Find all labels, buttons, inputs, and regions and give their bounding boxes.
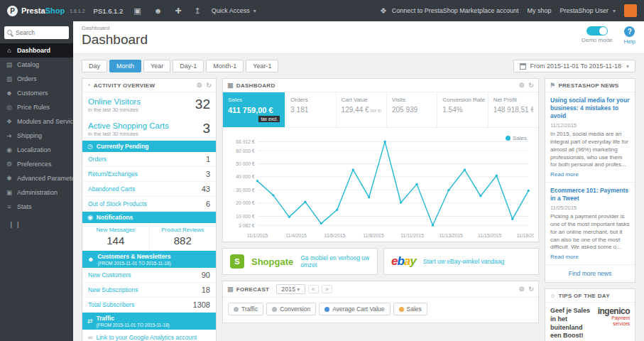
breadcrumb[interactable]: Dashboard	[82, 25, 148, 31]
refresh-icon[interactable]: ↻	[528, 82, 534, 89]
google-analytics-link[interactable]: Link to your Google Analytics account	[96, 334, 197, 341]
sidebar-item-stats[interactable]: ≡Stats	[0, 200, 73, 214]
pending-row-abandoned-carts: Abandoned Carts43	[82, 182, 216, 197]
shop-name[interactable]: PS1.6.1.2	[94, 7, 124, 15]
sidebar-item-preferences[interactable]: ⚙Preferences	[0, 157, 73, 171]
read-more-link[interactable]: Read more	[550, 171, 579, 178]
svg-text:10 000 €: 10 000 €	[236, 214, 254, 219]
shopgate-logo-icon: S	[230, 254, 244, 269]
prestashop-logo-icon: P	[7, 6, 18, 16]
demo-mode-toggle[interactable]	[586, 26, 608, 36]
forecast-prev-icon[interactable]: «	[308, 285, 319, 293]
shopgate-promo-link[interactable]: Ga mobiel en verhoog uw omzet	[300, 254, 370, 269]
user-menu[interactable]: PrestaShop User	[560, 7, 616, 14]
range-month-button[interactable]: Month	[109, 60, 141, 72]
ingenico-logo: ingenico Paymentservices	[598, 307, 630, 340]
range-day-button[interactable]: Day	[82, 60, 107, 72]
kpi-visits[interactable]: Visits 205 939	[386, 92, 437, 127]
range-year-1-button[interactable]: Year-1	[246, 60, 278, 72]
modules-icon: ❖	[6, 118, 13, 125]
sidebar-item-administration[interactable]: ▣Administration	[0, 185, 73, 200]
gear-icon[interactable]: ⚙	[519, 286, 525, 293]
customers-notification-icon[interactable]: ☻	[152, 6, 165, 15]
refresh-icon[interactable]: ↻	[206, 82, 212, 89]
sidebar-search	[4, 26, 69, 39]
localization-icon: ◉	[6, 146, 13, 153]
forecast-panel: ▤ FORECAST 2015 « » ⚙↻ Traffic Conversio…	[222, 281, 539, 323]
sidebar-item-modules[interactable]: ❖Modules and Services	[0, 114, 73, 129]
online-visitors-link[interactable]: Online Visitors	[88, 97, 141, 106]
dashboard-panel-title: DASHBOARD	[236, 82, 275, 89]
gear-icon[interactable]: ⚙	[519, 82, 525, 89]
news-article: Using social media for your business: 4 …	[545, 92, 635, 183]
svg-text:11/18/2015: 11/18/2015	[517, 233, 534, 238]
forecast-toggle-sales[interactable]: Sales	[393, 303, 427, 315]
news-article-title[interactable]: Using social media for your business: 4 …	[550, 97, 630, 120]
kpi-sales[interactable]: Sales 411 759,00 € tax excl.	[223, 92, 285, 127]
read-more-link[interactable]: Read more	[550, 254, 579, 260]
page-title: Dashboard	[82, 32, 148, 48]
sidebar-item-price-rules[interactable]: ◎Price Rules	[0, 100, 73, 114]
kpi-orders[interactable]: Orders 3 181	[285, 92, 335, 127]
new-messages-cell[interactable]: New Messages144	[82, 223, 149, 251]
range-day-1-button[interactable]: Day-1	[173, 60, 204, 72]
svg-text:11/13/2015: 11/13/2015	[440, 233, 463, 238]
forecast-year-select[interactable]: 2015	[276, 284, 305, 294]
kpi-conversion-rate[interactable]: Conversion Rate 1.54%	[437, 92, 487, 127]
upload-icon[interactable]: ↥	[192, 6, 203, 16]
plug-icon: ❖	[378, 6, 389, 16]
chart-legend[interactable]: Sales	[506, 135, 527, 141]
sidebar-item-shipping[interactable]: ➔Shipping	[0, 129, 73, 143]
ebay-promo-link[interactable]: Start uw eBay-winkel vandaag	[423, 258, 504, 265]
forecast-icon: ▤	[227, 286, 234, 293]
dashboard-icon: ⌂	[6, 47, 13, 54]
sidebar-item-customers[interactable]: ☻Customers	[0, 86, 73, 100]
svg-text:20 000 €: 20 000 €	[236, 200, 254, 205]
kpi-net-profit[interactable]: Net Profit 148 918,51 €	[488, 92, 538, 127]
range-year-button[interactable]: Year	[143, 60, 170, 72]
logo-text: PrestaShop	[21, 6, 65, 15]
help-icon[interactable]: ?	[624, 26, 635, 37]
gear-icon[interactable]: ⚙	[197, 82, 202, 89]
sales-legend-dot	[506, 136, 511, 141]
forecast-toggle-conversion[interactable]: Conversion	[266, 303, 316, 315]
sales-chart: 66 912 €60 000 €50 000 €40 000 €30 000 €…	[223, 128, 538, 242]
product-reviews-cell[interactable]: Product Reviews882	[149, 223, 217, 251]
forecast-toggle-average-cart-value[interactable]: Average Cart Value	[319, 303, 390, 315]
notifications-header: ◉ Notifications	[82, 212, 216, 223]
user-avatar[interactable]	[624, 4, 637, 17]
news-article-title[interactable]: Ecommerce 101: Payments in a Tweet	[550, 187, 630, 202]
catalog-icon: ▤	[6, 61, 13, 68]
search-input[interactable]	[4, 26, 69, 39]
range-month-1-button[interactable]: Month-1	[206, 60, 244, 72]
marketplace-link[interactable]: ❖Connect to PrestaShop Marketplace accou…	[378, 6, 518, 16]
date-toolbar: Day Month Year Day-1 Month-1 Year-1 From…	[73, 54, 644, 78]
date-range-picker[interactable]: From 2015-11-01 To 2015-11-18	[513, 60, 635, 72]
sidebar-item-advanced-parameters[interactable]: ✱Advanced Parameters	[0, 171, 73, 185]
forecast-next-icon[interactable]: »	[322, 285, 332, 293]
orders-notification-icon[interactable]: ▣	[131, 6, 143, 16]
kpi-cart-value[interactable]: Cart Value 129,44 €tax excl.	[336, 92, 386, 127]
svg-text:30 000 €: 30 000 €	[236, 188, 254, 193]
dashboard-panel: ▦ DASHBOARD ⚙↻ Sales 411 759,00 € tax ex…	[222, 78, 539, 242]
news-article-body: In 2015, social media are an integral pa…	[550, 131, 630, 169]
sidebar-item-orders[interactable]: ▥Orders	[0, 72, 73, 86]
prestashop-logo[interactable]: P PrestaShop 1.6.1.2	[7, 6, 85, 16]
average-cart-value-series-dot	[324, 307, 329, 312]
refresh-icon[interactable]: ↻	[528, 286, 534, 293]
online-visitors-sub: in the last 30 minutes	[88, 107, 141, 113]
messages-notification-icon[interactable]: ✚	[173, 6, 183, 16]
my-shop-link[interactable]: My shop	[527, 7, 551, 14]
sidebar-collapse-icon[interactable]: ❙❙	[0, 214, 73, 235]
active-carts-link[interactable]: Active Shopping Carts	[88, 121, 169, 130]
active-carts-value: 3	[202, 121, 210, 137]
quick-access-menu[interactable]: Quick Access	[212, 7, 256, 14]
svg-text:11/4/2015: 11/4/2015	[285, 233, 307, 238]
sidebar-item-localization[interactable]: ◉Localization	[0, 143, 73, 157]
find-more-news-link[interactable]: Find more news	[545, 265, 635, 282]
pending-row-out-of-stock: Out of Stock Products6	[82, 197, 216, 212]
sidebar-item-catalog[interactable]: ▤Catalog	[0, 58, 73, 72]
customers-icon: ☻	[6, 90, 13, 97]
forecast-toggle-traffic[interactable]: Traffic	[228, 303, 263, 315]
sidebar-item-dashboard[interactable]: ⌂Dashboard	[0, 43, 73, 58]
